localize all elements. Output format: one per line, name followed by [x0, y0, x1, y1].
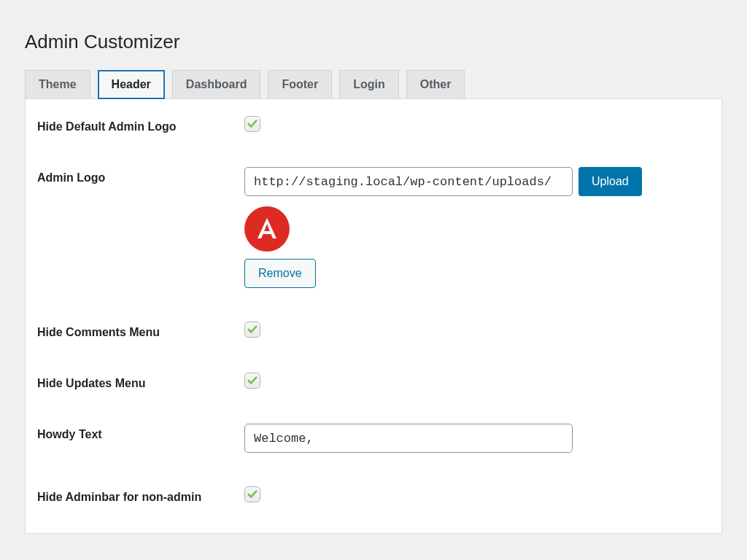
settings-panel: Hide Default Admin Logo Admin Logo Uploa… — [25, 98, 722, 534]
check-icon — [247, 376, 258, 386]
label-admin-logo: Admin Logo — [37, 167, 244, 184]
check-icon — [247, 119, 258, 129]
tab-bar: Theme Header Dashboard Footer Login Othe… — [25, 69, 722, 99]
label-howdy-text: Howdy Text — [37, 424, 244, 441]
tab-other[interactable]: Other — [406, 70, 465, 99]
checkbox-hide-comments[interactable] — [244, 322, 260, 338]
tab-login[interactable]: Login — [339, 70, 399, 99]
tab-header[interactable]: Header — [98, 70, 165, 99]
label-hide-adminbar: Hide Adminbar for non-admin — [37, 486, 244, 504]
remove-button[interactable]: Remove — [244, 259, 316, 288]
tab-dashboard[interactable]: Dashboard — [172, 70, 261, 99]
tab-footer[interactable]: Footer — [268, 70, 332, 99]
howdy-text-input[interactable] — [244, 424, 573, 453]
upload-button[interactable]: Upload — [578, 167, 642, 196]
check-icon — [247, 489, 258, 499]
admin-logo-url-input[interactable] — [244, 167, 573, 196]
page-title: Admin Customizer — [25, 31, 722, 53]
checkbox-hide-updates[interactable] — [244, 373, 260, 389]
checkbox-hide-adminbar[interactable] — [244, 486, 260, 502]
admin-logo-preview — [244, 206, 710, 252]
check-icon — [247, 324, 258, 335]
tab-theme[interactable]: Theme — [25, 70, 90, 99]
checkbox-hide-default-logo[interactable] — [244, 116, 260, 132]
label-hide-default-logo: Hide Default Admin Logo — [37, 116, 244, 133]
label-hide-comments: Hide Comments Menu — [37, 322, 244, 339]
logo-icon — [244, 206, 290, 252]
label-hide-updates: Hide Updates Menu — [37, 373, 244, 390]
